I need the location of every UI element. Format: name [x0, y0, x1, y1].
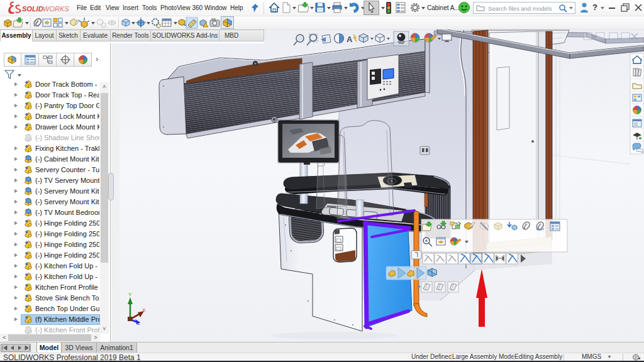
svg-text:SOLID: SOLID [22, 5, 43, 13]
svg-text:WORKS: WORKS [43, 5, 69, 13]
svg-text:A: A [347, 35, 353, 44]
